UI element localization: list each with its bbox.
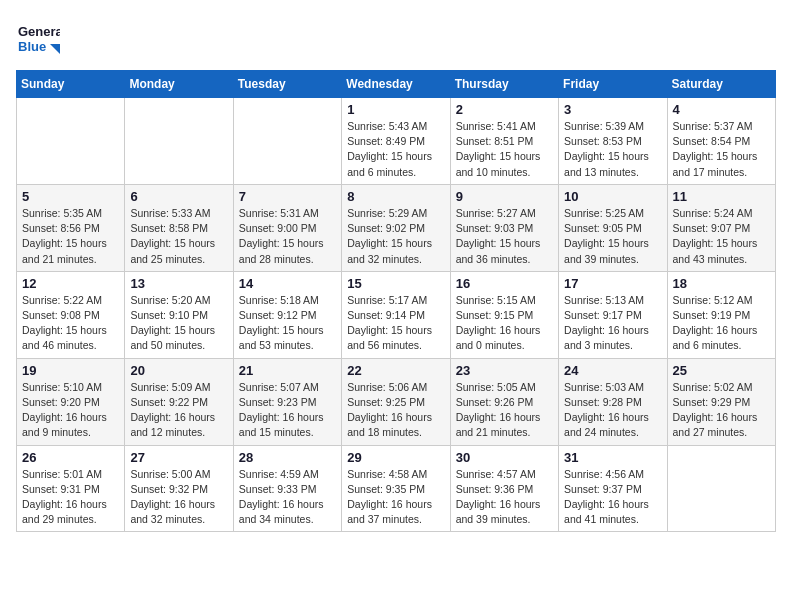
day-info: Sunrise: 5:00 AM Sunset: 9:32 PM Dayligh… (130, 467, 228, 528)
calendar-day-header: Monday (125, 71, 233, 98)
day-number: 24 (564, 363, 662, 378)
day-number: 11 (673, 189, 771, 204)
calendar-cell: 21Sunrise: 5:07 AM Sunset: 9:23 PM Dayli… (233, 358, 341, 445)
calendar-cell: 23Sunrise: 5:05 AM Sunset: 9:26 PM Dayli… (450, 358, 558, 445)
day-info: Sunrise: 5:12 AM Sunset: 9:19 PM Dayligh… (673, 293, 771, 354)
day-info: Sunrise: 5:37 AM Sunset: 8:54 PM Dayligh… (673, 119, 771, 180)
day-number: 10 (564, 189, 662, 204)
day-number: 1 (347, 102, 445, 117)
calendar-cell (125, 98, 233, 185)
calendar-cell: 18Sunrise: 5:12 AM Sunset: 9:19 PM Dayli… (667, 271, 775, 358)
day-info: Sunrise: 5:10 AM Sunset: 9:20 PM Dayligh… (22, 380, 120, 441)
day-number: 14 (239, 276, 337, 291)
calendar-table: SundayMondayTuesdayWednesdayThursdayFrid… (16, 70, 776, 532)
calendar-day-header: Tuesday (233, 71, 341, 98)
calendar-cell: 20Sunrise: 5:09 AM Sunset: 9:22 PM Dayli… (125, 358, 233, 445)
day-info: Sunrise: 5:27 AM Sunset: 9:03 PM Dayligh… (456, 206, 554, 267)
day-number: 22 (347, 363, 445, 378)
day-info: Sunrise: 5:09 AM Sunset: 9:22 PM Dayligh… (130, 380, 228, 441)
calendar-cell: 31Sunrise: 4:56 AM Sunset: 9:37 PM Dayli… (559, 445, 667, 532)
day-number: 31 (564, 450, 662, 465)
day-info: Sunrise: 5:24 AM Sunset: 9:07 PM Dayligh… (673, 206, 771, 267)
calendar-cell: 7Sunrise: 5:31 AM Sunset: 9:00 PM Daylig… (233, 184, 341, 271)
calendar-week-row: 1Sunrise: 5:43 AM Sunset: 8:49 PM Daylig… (17, 98, 776, 185)
calendar-day-header: Saturday (667, 71, 775, 98)
day-info: Sunrise: 5:13 AM Sunset: 9:17 PM Dayligh… (564, 293, 662, 354)
calendar-week-row: 5Sunrise: 5:35 AM Sunset: 8:56 PM Daylig… (17, 184, 776, 271)
calendar-cell: 5Sunrise: 5:35 AM Sunset: 8:56 PM Daylig… (17, 184, 125, 271)
calendar-cell: 30Sunrise: 4:57 AM Sunset: 9:36 PM Dayli… (450, 445, 558, 532)
day-info: Sunrise: 5:43 AM Sunset: 8:49 PM Dayligh… (347, 119, 445, 180)
day-info: Sunrise: 5:25 AM Sunset: 9:05 PM Dayligh… (564, 206, 662, 267)
day-info: Sunrise: 5:07 AM Sunset: 9:23 PM Dayligh… (239, 380, 337, 441)
svg-text:Blue: Blue (18, 39, 46, 54)
svg-marker-2 (50, 44, 60, 54)
calendar-cell: 6Sunrise: 5:33 AM Sunset: 8:58 PM Daylig… (125, 184, 233, 271)
day-number: 27 (130, 450, 228, 465)
day-info: Sunrise: 5:15 AM Sunset: 9:15 PM Dayligh… (456, 293, 554, 354)
day-number: 13 (130, 276, 228, 291)
day-info: Sunrise: 5:35 AM Sunset: 8:56 PM Dayligh… (22, 206, 120, 267)
day-info: Sunrise: 5:39 AM Sunset: 8:53 PM Dayligh… (564, 119, 662, 180)
calendar-cell: 8Sunrise: 5:29 AM Sunset: 9:02 PM Daylig… (342, 184, 450, 271)
calendar-cell: 4Sunrise: 5:37 AM Sunset: 8:54 PM Daylig… (667, 98, 775, 185)
day-info: Sunrise: 5:31 AM Sunset: 9:00 PM Dayligh… (239, 206, 337, 267)
day-number: 7 (239, 189, 337, 204)
day-number: 19 (22, 363, 120, 378)
calendar-cell: 9Sunrise: 5:27 AM Sunset: 9:03 PM Daylig… (450, 184, 558, 271)
calendar-cell: 12Sunrise: 5:22 AM Sunset: 9:08 PM Dayli… (17, 271, 125, 358)
calendar-day-header: Thursday (450, 71, 558, 98)
day-number: 29 (347, 450, 445, 465)
day-number: 23 (456, 363, 554, 378)
day-number: 30 (456, 450, 554, 465)
day-info: Sunrise: 5:29 AM Sunset: 9:02 PM Dayligh… (347, 206, 445, 267)
day-number: 8 (347, 189, 445, 204)
day-number: 3 (564, 102, 662, 117)
day-number: 21 (239, 363, 337, 378)
calendar-cell: 22Sunrise: 5:06 AM Sunset: 9:25 PM Dayli… (342, 358, 450, 445)
day-info: Sunrise: 5:20 AM Sunset: 9:10 PM Dayligh… (130, 293, 228, 354)
calendar-week-row: 26Sunrise: 5:01 AM Sunset: 9:31 PM Dayli… (17, 445, 776, 532)
day-number: 17 (564, 276, 662, 291)
day-number: 6 (130, 189, 228, 204)
calendar-cell: 14Sunrise: 5:18 AM Sunset: 9:12 PM Dayli… (233, 271, 341, 358)
calendar-cell: 3Sunrise: 5:39 AM Sunset: 8:53 PM Daylig… (559, 98, 667, 185)
calendar-cell: 2Sunrise: 5:41 AM Sunset: 8:51 PM Daylig… (450, 98, 558, 185)
calendar-cell: 29Sunrise: 4:58 AM Sunset: 9:35 PM Dayli… (342, 445, 450, 532)
day-info: Sunrise: 5:33 AM Sunset: 8:58 PM Dayligh… (130, 206, 228, 267)
day-info: Sunrise: 4:58 AM Sunset: 9:35 PM Dayligh… (347, 467, 445, 528)
day-number: 2 (456, 102, 554, 117)
day-number: 15 (347, 276, 445, 291)
day-info: Sunrise: 4:56 AM Sunset: 9:37 PM Dayligh… (564, 467, 662, 528)
calendar-cell: 10Sunrise: 5:25 AM Sunset: 9:05 PM Dayli… (559, 184, 667, 271)
day-number: 20 (130, 363, 228, 378)
day-info: Sunrise: 5:05 AM Sunset: 9:26 PM Dayligh… (456, 380, 554, 441)
day-info: Sunrise: 5:41 AM Sunset: 8:51 PM Dayligh… (456, 119, 554, 180)
calendar-cell: 15Sunrise: 5:17 AM Sunset: 9:14 PM Dayli… (342, 271, 450, 358)
day-info: Sunrise: 5:22 AM Sunset: 9:08 PM Dayligh… (22, 293, 120, 354)
day-number: 28 (239, 450, 337, 465)
day-info: Sunrise: 4:59 AM Sunset: 9:33 PM Dayligh… (239, 467, 337, 528)
general-blue-logo-icon: General Blue (16, 16, 60, 60)
calendar-week-row: 19Sunrise: 5:10 AM Sunset: 9:20 PM Dayli… (17, 358, 776, 445)
day-info: Sunrise: 5:17 AM Sunset: 9:14 PM Dayligh… (347, 293, 445, 354)
calendar-cell (17, 98, 125, 185)
svg-text:General: General (18, 24, 60, 39)
day-info: Sunrise: 5:03 AM Sunset: 9:28 PM Dayligh… (564, 380, 662, 441)
calendar-header-row: SundayMondayTuesdayWednesdayThursdayFrid… (17, 71, 776, 98)
calendar-cell (233, 98, 341, 185)
calendar-cell: 25Sunrise: 5:02 AM Sunset: 9:29 PM Dayli… (667, 358, 775, 445)
calendar-cell: 17Sunrise: 5:13 AM Sunset: 9:17 PM Dayli… (559, 271, 667, 358)
day-info: Sunrise: 5:02 AM Sunset: 9:29 PM Dayligh… (673, 380, 771, 441)
day-number: 12 (22, 276, 120, 291)
day-number: 18 (673, 276, 771, 291)
day-number: 16 (456, 276, 554, 291)
calendar-cell (667, 445, 775, 532)
day-info: Sunrise: 4:57 AM Sunset: 9:36 PM Dayligh… (456, 467, 554, 528)
day-info: Sunrise: 5:06 AM Sunset: 9:25 PM Dayligh… (347, 380, 445, 441)
calendar-cell: 27Sunrise: 5:00 AM Sunset: 9:32 PM Dayli… (125, 445, 233, 532)
calendar-day-header: Sunday (17, 71, 125, 98)
calendar-day-header: Friday (559, 71, 667, 98)
calendar-cell: 19Sunrise: 5:10 AM Sunset: 9:20 PM Dayli… (17, 358, 125, 445)
day-number: 4 (673, 102, 771, 117)
